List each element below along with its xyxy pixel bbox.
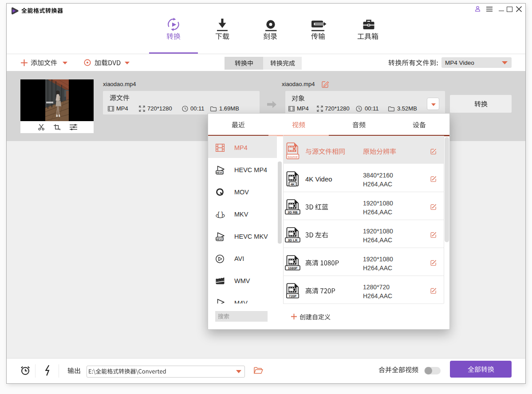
svg-text:3D RB: 3D RB xyxy=(288,210,298,214)
svg-text:3D LR: 3D LR xyxy=(288,238,298,242)
svg-text:1080P: 1080P xyxy=(288,266,298,270)
svg-text:HEVC: HEVC xyxy=(216,171,223,174)
svg-text:{ }: { } xyxy=(217,211,224,218)
svg-text:720P: 720P xyxy=(289,294,297,298)
svg-text:source: source xyxy=(288,155,298,159)
svg-text:4K: 4K xyxy=(291,182,295,186)
svg-text:HEVC: HEVC xyxy=(216,238,223,240)
